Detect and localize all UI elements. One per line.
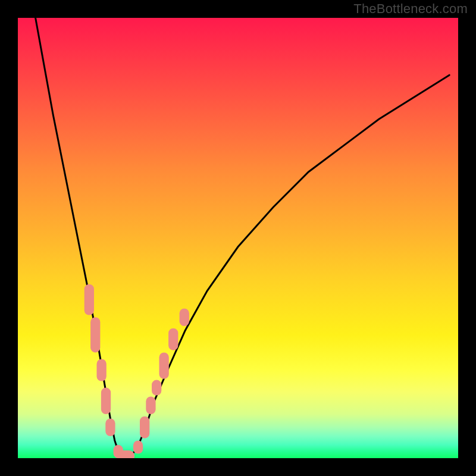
curve-layer (18, 18, 458, 458)
curve-marker (105, 418, 115, 436)
curve-marker (117, 450, 135, 458)
curve-marker (152, 380, 161, 396)
watermark-text: TheBottleneck.com (353, 1, 468, 17)
chart-frame: TheBottleneck.com (0, 0, 476, 476)
curve-marker (90, 317, 100, 352)
curve-marker (97, 359, 107, 381)
curve-marker (180, 308, 189, 326)
plot-area (18, 18, 458, 458)
curve-marker (84, 284, 94, 315)
curve-marker (159, 352, 169, 378)
marker-group (84, 284, 189, 458)
curve-marker (133, 440, 143, 453)
bottleneck-curve (36, 18, 450, 458)
curve-marker (140, 416, 149, 439)
curve-marker (101, 388, 111, 414)
curve-marker (168, 328, 178, 350)
curve-marker (146, 396, 155, 414)
